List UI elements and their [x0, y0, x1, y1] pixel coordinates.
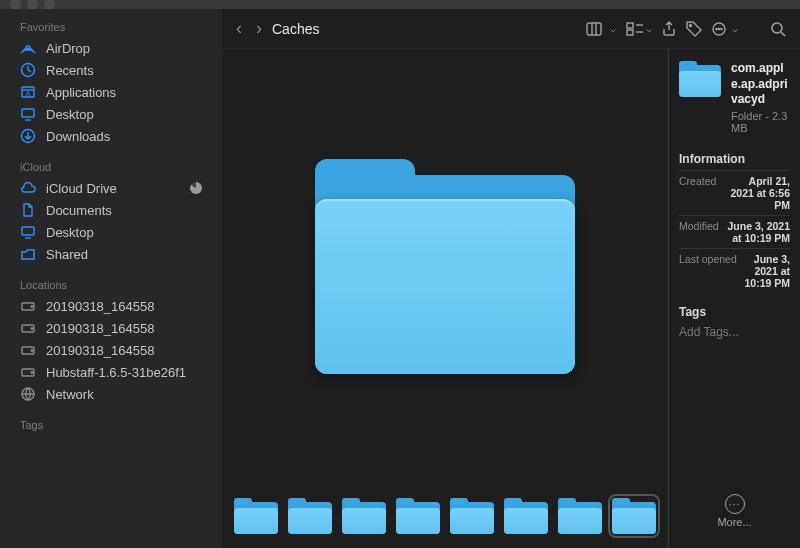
ellipsis-icon: ···	[725, 494, 745, 514]
doc-icon	[20, 202, 36, 218]
svg-point-15	[31, 350, 32, 351]
svg-point-11	[31, 306, 32, 307]
icloud-usage-icon	[190, 182, 202, 194]
svg-point-17	[31, 372, 32, 373]
svg-line-32	[781, 32, 785, 36]
downloads-icon	[20, 128, 36, 144]
sidebar-item-20190318-164558[interactable]: 20190318_164558	[0, 339, 222, 361]
info-section-tags: Tags	[679, 305, 790, 319]
item-strip[interactable]	[222, 484, 668, 548]
tag-icon[interactable]	[686, 21, 702, 37]
info-item-kind: Folder - 2.3 MB	[731, 110, 790, 134]
search-icon[interactable]	[770, 21, 786, 37]
thumbnail-folder[interactable]	[342, 498, 386, 534]
sidebar-header-tags: Tags	[0, 415, 222, 435]
sidebar-item-network[interactable]: Network	[0, 383, 222, 405]
back-button[interactable]: ‹	[236, 18, 242, 39]
group-icon[interactable]: ⌵	[626, 22, 652, 36]
thumbnail-folder[interactable]	[504, 498, 548, 534]
info-row-value: April 21, 2021 at 6:56 PM	[722, 175, 790, 211]
svg-text:A: A	[26, 90, 31, 97]
thumbnail-folder[interactable]	[450, 498, 494, 534]
sidebar-header-locations: Locations	[0, 275, 222, 295]
sidebar-item-label: Desktop	[46, 225, 94, 240]
action-menu-icon[interactable]: ⌵	[712, 21, 738, 37]
svg-rect-5	[22, 109, 34, 117]
info-pane: com.apple.ap.adprivacyd Folder - 2.3 MB …	[668, 49, 800, 548]
svg-rect-23	[627, 30, 633, 35]
eject-icon	[20, 364, 36, 380]
add-tags-field[interactable]: Add Tags...	[679, 325, 790, 339]
sidebar-item-label: Recents	[46, 63, 94, 78]
thumbnail-folder[interactable]	[558, 498, 602, 534]
info-row-key: Last opened	[679, 253, 737, 289]
more-label: More...	[717, 516, 751, 528]
sidebar-item-20190318-164558[interactable]: 20190318_164558	[0, 295, 222, 317]
info-row-key: Created	[679, 175, 716, 211]
info-row-value: June 3, 2021 at 10:19 PM	[725, 220, 790, 244]
sidebar-item-label: AirDrop	[46, 41, 90, 56]
svg-point-31	[772, 23, 782, 33]
sidebar: Favorites AirDropRecentsAApplicationsDes…	[0, 9, 222, 548]
sidebar-item-label: Downloads	[46, 129, 110, 144]
airdrop-icon	[20, 40, 36, 56]
svg-rect-19	[587, 23, 601, 35]
svg-point-28	[716, 28, 717, 29]
shared-icon	[20, 246, 36, 262]
view-mode-icon[interactable]: ⌵	[586, 22, 616, 36]
info-row: ModifiedJune 3, 2021 at 10:19 PM	[679, 215, 790, 248]
more-button[interactable]: ··· More...	[679, 486, 790, 536]
sidebar-item-desktop[interactable]: Desktop	[0, 103, 222, 125]
share-icon[interactable]	[662, 21, 676, 37]
sidebar-item-hubstaff-1-6-5-31be26f1[interactable]: Hubstaff-1.6.5-31be26f1	[0, 361, 222, 383]
svg-point-29	[718, 28, 719, 29]
forward-button[interactable]: ›	[256, 18, 262, 39]
preview-pane	[222, 49, 668, 548]
folder-preview-icon	[315, 159, 575, 374]
sidebar-item-recents[interactable]: Recents	[0, 59, 222, 81]
window-title: Caches	[272, 21, 319, 37]
info-row: CreatedApril 21, 2021 at 6:56 PM	[679, 170, 790, 215]
svg-rect-22	[627, 23, 633, 28]
sidebar-item-documents[interactable]: Documents	[0, 199, 222, 221]
sidebar-item-label: 20190318_164558	[46, 321, 154, 336]
sidebar-header-icloud: iCloud	[0, 157, 222, 177]
sidebar-header-favorites: Favorites	[0, 17, 222, 37]
main-area: ‹ › Caches ⌵ ⌵ ⌵	[222, 9, 800, 548]
svg-point-30	[721, 28, 722, 29]
sidebar-item-applications[interactable]: AApplications	[0, 81, 222, 103]
thumbnail-folder[interactable]	[288, 498, 332, 534]
sidebar-item-shared[interactable]: Shared	[0, 243, 222, 265]
info-item-name: com.apple.ap.adprivacyd	[731, 61, 790, 108]
sidebar-item-label: Applications	[46, 85, 116, 100]
sidebar-item-20190318-164558[interactable]: 20190318_164558	[0, 317, 222, 339]
toolbar: ‹ › Caches ⌵ ⌵ ⌵	[222, 9, 800, 49]
svg-point-13	[31, 328, 32, 329]
disk-icon	[20, 298, 36, 314]
svg-rect-8	[22, 227, 34, 235]
sidebar-item-label: 20190318_164558	[46, 343, 154, 358]
disk-icon	[20, 320, 36, 336]
thumbnail-folder[interactable]	[234, 498, 278, 534]
sidebar-item-label: Hubstaff-1.6.5-31be26f1	[46, 365, 186, 380]
svg-point-26	[690, 24, 692, 26]
sidebar-item-downloads[interactable]: Downloads	[0, 125, 222, 147]
thumbnail-folder[interactable]	[396, 498, 440, 534]
cloud-icon	[20, 180, 36, 196]
sidebar-item-label: 20190318_164558	[46, 299, 154, 314]
sidebar-item-icloud-drive[interactable]: iCloud Drive	[0, 177, 222, 199]
sidebar-item-label: Network	[46, 387, 94, 402]
sidebar-item-airdrop[interactable]: AirDrop	[0, 37, 222, 59]
sidebar-item-desktop[interactable]: Desktop	[0, 221, 222, 243]
desktop-icon	[20, 106, 36, 122]
sidebar-item-label: Shared	[46, 247, 88, 262]
info-folder-icon	[679, 61, 721, 97]
info-row-value: June 3, 2021 at 10:19 PM	[743, 253, 790, 289]
disk-icon	[20, 342, 36, 358]
info-row-key: Modified	[679, 220, 719, 244]
info-section-information: Information	[679, 152, 790, 166]
thumbnail-folder[interactable]	[612, 498, 656, 534]
sidebar-item-label: Documents	[46, 203, 112, 218]
globe-icon	[20, 386, 36, 402]
titlebar	[0, 0, 800, 9]
